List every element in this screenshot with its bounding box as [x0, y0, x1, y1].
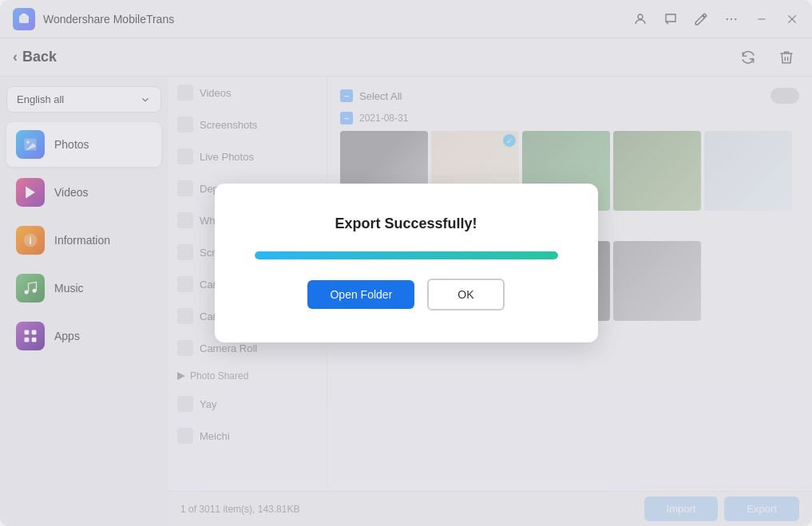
- modal-overlay: Export Successfully! Open Folder OK: [0, 0, 812, 526]
- progress-bar-container: [255, 251, 558, 259]
- export-success-modal: Export Successfully! Open Folder OK: [215, 184, 598, 342]
- open-folder-button[interactable]: Open Folder: [307, 280, 414, 309]
- ok-button[interactable]: OK: [427, 279, 504, 310]
- modal-buttons: Open Folder OK: [307, 279, 504, 310]
- progress-bar-fill: [255, 251, 558, 259]
- app-window: Wondershare MobileTrans: [0, 0, 812, 526]
- modal-title: Export Successfully!: [335, 216, 477, 232]
